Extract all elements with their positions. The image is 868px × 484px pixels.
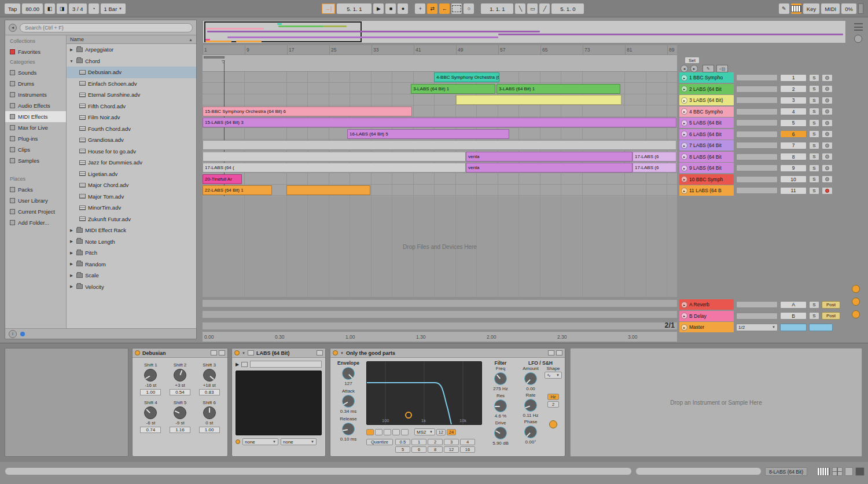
track-arm-button[interactable] — [822, 97, 833, 104]
overdub-button[interactable]: + — [415, 3, 425, 14]
hot-swap-icon[interactable] — [317, 350, 323, 355]
io-toggle-icon[interactable] — [854, 35, 862, 43]
track-arm-button[interactable] — [822, 164, 833, 172]
master-output-selector[interactable]: 1/2▼ — [736, 324, 778, 331]
knob-amount-box[interactable]: 1.16 — [170, 427, 190, 433]
freq-knob[interactable] — [494, 372, 507, 385]
track-solo-button[interactable]: S — [809, 119, 819, 127]
stop-button[interactable]: ■ — [385, 3, 396, 14]
arrangement-clip[interactable] — [203, 152, 466, 162]
metronome-button[interactable]: ◔ — [89, 3, 99, 14]
sidebar-item-audio-effects[interactable]: Audio Effects — [5, 100, 66, 111]
save-preset-icon[interactable] — [219, 350, 225, 355]
track-number-box[interactable]: 8 — [780, 153, 807, 160]
list-item[interactable]: Major Tom.adv — [67, 191, 196, 203]
track-number-box[interactable]: 10 — [780, 175, 807, 183]
track-header[interactable]: ▸6 LABS (64 Bit 6 S — [679, 129, 833, 140]
return-lane-a[interactable] — [203, 299, 677, 307]
collapsed-arrow-icon[interactable]: ▶ — [69, 239, 74, 244]
list-item[interactable]: ▶Note Length — [67, 236, 196, 248]
device-activator-icon[interactable] — [333, 350, 338, 355]
sidebar-item-plugins[interactable]: Plug-ins — [5, 133, 66, 144]
list-item[interactable]: Ligetian.adv — [67, 168, 196, 180]
track-solo-button[interactable]: S — [809, 74, 819, 82]
track-solo-button[interactable]: S — [809, 164, 819, 172]
list-item[interactable]: Jazz for Dummies.adv — [67, 157, 196, 168]
list-item[interactable]: ▶MIDI Effect Rack — [67, 225, 196, 236]
beat-button[interactable]: 4 — [460, 439, 475, 445]
arrangement-lanes[interactable]: 4-BBC Symphony Orchestra (64 Bit) 3-LABS… — [203, 72, 677, 196]
track-name[interactable]: ▸1 BBC Sympho — [679, 72, 734, 83]
expanded-arrow-icon[interactable]: ▼ — [69, 59, 74, 63]
arrangement-drop-zone[interactable]: Drop Files and Devices Here — [203, 196, 677, 297]
track-solo-button[interactable]: S — [809, 187, 819, 195]
track-number-box[interactable]: 7 — [780, 142, 807, 149]
track-header[interactable]: ▸4 BBC Sympho 4 S — [679, 107, 833, 117]
unfold-device-icon[interactable]: ▼ — [340, 351, 344, 355]
track-activator-icon[interactable]: ▸ — [681, 302, 687, 308]
sidebar-item-instruments[interactable]: Instruments — [5, 89, 66, 100]
track-activator-icon[interactable]: ▸ — [681, 142, 687, 149]
macro-knob-cell[interactable]: Shift 2+3 st0.54 — [165, 362, 195, 395]
track-activator-icon[interactable]: ▸ — [681, 324, 687, 331]
knob-amount-box[interactable]: 0.83 — [199, 389, 220, 395]
search-input[interactable] — [20, 23, 193, 32]
selected-device-name[interactable]: 8-LABS (64 Bit) — [765, 467, 807, 476]
next-locator-button[interactable]: ▸ — [690, 65, 698, 72]
list-item[interactable]: Fifth Chord.adv — [67, 101, 196, 112]
punch-region-button[interactable] — [451, 3, 462, 14]
return-badge[interactable]: A — [780, 301, 807, 309]
macro-knob[interactable] — [144, 369, 157, 382]
arrangement-clip[interactable]: 3-LABS (64 Bit) 1 — [411, 84, 495, 94]
return-badge[interactable]: B — [780, 312, 807, 320]
tempo-field[interactable]: 80.00 — [22, 3, 43, 14]
macro-knob-cell[interactable]: Shift 5-9 st1.16 — [165, 400, 195, 433]
plugin-play-icon[interactable]: ▶ — [236, 362, 239, 367]
sidebar-item-max-for-live[interactable]: Max for Live — [5, 122, 66, 133]
track-header[interactable]: ▸5 LABS (64 Bit 5 S — [679, 118, 833, 128]
record-button[interactable]: ● — [398, 3, 408, 14]
loop-button[interactable]: ○ — [464, 3, 474, 14]
macro-knob-cell[interactable]: Shift 3+18 st0.83 — [194, 362, 224, 395]
arrangement-clip[interactable]: 17-LABS (6 — [632, 152, 676, 162]
list-item[interactable]: ▶Random — [67, 259, 196, 270]
slope-24-button[interactable]: 24 — [447, 429, 456, 435]
beat-time-ruler[interactable]: 1 9 17 25 33 41 49 57 65 73 81 89 — [203, 45, 677, 55]
preview-indicator[interactable] — [20, 332, 25, 336]
track-solo-button[interactable]: S — [809, 130, 819, 138]
pad-overview-icon[interactable] — [832, 467, 843, 476]
show-returns-button[interactable] — [852, 285, 860, 293]
sidebar-item-favorites[interactable]: Favorites — [5, 46, 66, 57]
return-track-header[interactable]: ▸B Delay B S Post — [679, 311, 840, 321]
track-arm-button[interactable] — [822, 187, 833, 195]
collapsed-arrow-icon[interactable]: ▶ — [69, 273, 74, 278]
sidebar-item-user-library[interactable]: User Library — [5, 195, 66, 206]
track-name[interactable]: ▸7 LABS (64 Bit — [679, 140, 734, 151]
arrangement-clip[interactable]: venta — [466, 152, 632, 162]
list-item[interactable]: House for to go.adv — [67, 146, 196, 157]
knob-amount-box[interactable]: 0.54 — [170, 389, 190, 395]
bandpass-filter-icon[interactable] — [384, 429, 391, 435]
preset-name-field[interactable] — [250, 361, 322, 368]
track-name[interactable]: ▸9 LABS (64 Bit — [679, 163, 734, 173]
hz-mode-button[interactable]: Hz — [547, 394, 559, 400]
track-name[interactable]: ▸5 LABS (64 Bit — [679, 118, 734, 128]
sidebar-item-add-folder[interactable]: Add Folder... — [5, 217, 66, 228]
track-arm-button[interactable] — [822, 74, 833, 82]
punch-out-switch[interactable]: ╱ — [539, 3, 550, 14]
loop-brace[interactable] — [204, 56, 225, 58]
arrangement-position-field[interactable]: 5. 1. 1 — [337, 3, 372, 14]
track-number-box[interactable]: 11 — [780, 187, 807, 195]
track-name[interactable]: ▸3 LABS (64 Bit) — [679, 95, 734, 105]
device-auto-filter[interactable]: ▼ Only the good parts Envelope 127 Attac… — [330, 348, 565, 457]
list-item[interactable]: Film Noir.adv — [67, 112, 196, 123]
track-number-box[interactable]: 3 — [780, 97, 807, 104]
track-arm-button[interactable] — [822, 130, 833, 138]
lowpass-filter-icon[interactable] — [366, 429, 374, 435]
track-name[interactable]: ▸8 LABS (64 Bit — [679, 152, 734, 162]
track-arm-button[interactable] — [822, 119, 833, 127]
track-activator-icon[interactable]: ▸ — [681, 131, 687, 137]
track-header[interactable]: ▸10 BBC Symph 10 S — [679, 174, 833, 185]
arrangement-clip[interactable] — [456, 95, 621, 105]
return-track-name[interactable]: ▸B Delay — [679, 311, 734, 321]
